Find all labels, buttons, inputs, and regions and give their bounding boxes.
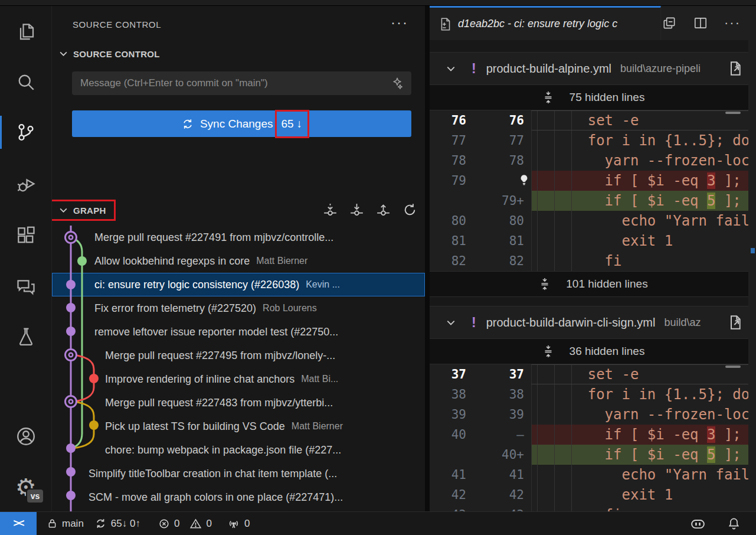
commit-message-input[interactable]: Message (Ctrl+Enter to commit on "main") <box>72 71 411 95</box>
warning-count: 0 <box>206 518 211 530</box>
commit-row[interactable]: SCM - move all graph colors in one place… <box>52 485 425 509</box>
line-number-modified: 40+ <box>472 445 531 465</box>
sidebar-item-testing[interactable] <box>0 321 52 352</box>
remote-indicator[interactable]: >< <box>0 512 37 535</box>
commit-row[interactable]: Merge pull request #227491 from mjbvz/co… <box>52 226 425 249</box>
commit-row[interactable]: Merge pull request #227495 from mjbvz/lo… <box>52 344 425 367</box>
code-text: yarn --frozen-lockfile <box>531 404 756 425</box>
sidebar-item-extensions[interactable] <box>0 220 52 251</box>
line-number-original <box>430 445 472 465</box>
open-file-icon[interactable] <box>726 313 745 332</box>
more-actions-icon[interactable]: ··· <box>724 20 741 26</box>
line-number-modified: — <box>472 425 531 445</box>
file-header[interactable]: ! product-build-alpine.yml build\azure-p… <box>430 53 756 84</box>
hidden-lines-bar[interactable]: 75 hidden lines <box>430 84 756 110</box>
sidebar-title-row: SOURCE CONTROL ··· <box>73 17 413 32</box>
line-number-original: 77 <box>430 131 472 151</box>
error-icon <box>158 518 170 530</box>
line-number-modified: 80 <box>472 211 531 231</box>
diff-line[interactable]: 79 if [ $i -eq 3 ]; <box>430 171 756 191</box>
line-number-modified: 42 <box>472 485 531 505</box>
sync-count: 65 ↓ <box>281 118 302 131</box>
diff-line[interactable]: 40 — if [ $i -eq 3 ]; <box>430 425 756 445</box>
diff-line[interactable]: 40+ if [ $i -eq 5 ]; <box>430 445 756 465</box>
diff-line[interactable]: 43 43 fi <box>430 505 756 511</box>
sync-status[interactable]: 65↓ 0↑ <box>94 517 140 530</box>
sidebar-item-comments[interactable] <box>0 271 52 302</box>
profile-badge[interactable]: vs <box>26 488 44 504</box>
file-header[interactable]: ! product-build-darwin-cli-sign.yml buil… <box>430 306 756 338</box>
source-control-section-header[interactable]: SOURCE CONTROL <box>52 46 425 61</box>
vscode-window: ⚙ vs SOURCE CONTROL ··· SOURCE CONTROL M… <box>0 0 756 535</box>
commit-author: Kevin ... <box>306 279 340 290</box>
fetch-icon[interactable] <box>322 201 338 218</box>
diff-line[interactable]: 82 82 fi <box>430 251 756 271</box>
split-editor-icon[interactable] <box>693 15 708 31</box>
line-number-modified: 41 <box>472 465 531 485</box>
changed-char-highlight: 5 <box>707 193 715 209</box>
account-button[interactable] <box>0 421 52 452</box>
sparkle-icon[interactable] <box>389 76 404 91</box>
diff-line[interactable]: 79+ if [ $i -eq 5 ]; <box>430 191 756 211</box>
line-number-original: 43 <box>430 505 472 511</box>
hidden-lines-bar[interactable]: 36 hidden lines <box>430 338 756 364</box>
graph-section-header[interactable]: GRAPH <box>52 198 425 222</box>
hidden-lines-bar[interactable]: 101 hidden lines <box>430 271 756 297</box>
diff-line[interactable]: 42 42 exit 1 <box>430 485 756 505</box>
diff-line[interactable]: 77 77 for i in {1..5}; do <box>430 131 756 151</box>
overview-ruler[interactable] <box>748 40 756 511</box>
commit-row[interactable]: Improve rendering of inline chat anchors… <box>52 367 425 391</box>
commit-row[interactable]: Fix error from telemetry (#227520) Rob L… <box>52 296 425 320</box>
pull-icon[interactable] <box>348 201 365 218</box>
lightbulb-icon[interactable] <box>518 174 530 187</box>
code-text: exit 1 <box>531 231 756 251</box>
diff-line[interactable]: 78 78 yarn --frozen-lockfile <box>430 151 756 171</box>
diff-line[interactable]: 76 76 set -e <box>430 110 756 131</box>
line-number-modified: 79+ <box>472 191 531 211</box>
chevron-down-icon <box>446 319 456 327</box>
line-number-original: 80 <box>430 211 472 231</box>
commit-row[interactable]: ci: ensure retry logic consistency (#226… <box>52 273 425 296</box>
diff-line[interactable]: 41 41 echo "Yarn failed" <box>430 465 756 485</box>
commit-message: Merge pull request #227495 from mjbvz/lo… <box>105 350 335 362</box>
commit-row[interactable]: Simplify titleToolbar creation in chat i… <box>52 462 425 485</box>
collapse-diffs-icon[interactable] <box>662 15 677 31</box>
sync-icon <box>94 517 107 530</box>
diff-line[interactable]: 81 81 exit 1 <box>430 231 756 251</box>
commit-author: Rob Lourens <box>263 303 317 314</box>
notifications-bell-icon[interactable] <box>727 517 741 530</box>
tab-multi-diff[interactable]: d1eab2bc - ci: ensure retry logic c <box>430 6 661 40</box>
sync-changes-button[interactable]: Sync Changes 65 ↓ <box>72 110 411 137</box>
line-number-modified: 43 <box>472 505 531 511</box>
sidebar-item-explorer[interactable] <box>0 17 52 47</box>
graph-label: GRAPH <box>73 205 106 216</box>
branch-status[interactable]: main <box>47 517 84 530</box>
diff-line[interactable]: 38 38 for i in {1..5}; do <box>430 384 756 404</box>
scrollbar-thumb[interactable] <box>725 366 741 368</box>
code-text: set -e <box>531 110 756 131</box>
ports-status[interactable]: 0 <box>227 517 250 530</box>
diff-line[interactable]: 37 37 set -e <box>430 364 756 384</box>
commit-message: Merge pull request #227491 from mjbvz/co… <box>94 231 333 244</box>
more-actions-icon[interactable]: ··· <box>391 14 408 31</box>
sidebar-item-search[interactable] <box>0 67 52 97</box>
commit-row[interactable]: Pick up latest TS for building VS Code M… <box>52 415 425 438</box>
push-icon[interactable] <box>375 201 391 218</box>
copilot-icon[interactable] <box>690 517 706 531</box>
commit-row[interactable]: chore: bump webpack in package.json file… <box>52 438 425 462</box>
refresh-icon[interactable] <box>401 201 418 218</box>
diff-line[interactable]: 80 80 echo "Yarn failed" <box>430 211 756 231</box>
sidebar-editor-sash[interactable] <box>425 6 430 511</box>
sidebar-item-run-debug[interactable] <box>0 169 52 200</box>
scrollbar-thumb[interactable] <box>725 112 741 114</box>
commit-message: Fix error from telemetry (#227520) <box>94 302 256 315</box>
commit-row[interactable]: Merge pull request #227483 from mjbvz/yt… <box>52 391 425 415</box>
line-number-original: 38 <box>430 384 472 404</box>
sidebar-item-source-control[interactable] <box>0 117 52 148</box>
commit-row[interactable]: remove leftover issue reporter model tes… <box>52 320 425 344</box>
commit-row[interactable]: Allow lookbehind regexps in core Matt Bi… <box>52 249 425 273</box>
hidden-lines-label: 36 hidden lines <box>570 345 645 358</box>
open-file-icon[interactable] <box>726 59 745 78</box>
diff-line[interactable]: 39 39 yarn --frozen-lockfile <box>430 404 756 425</box>
problems-status[interactable]: 0 0 <box>158 518 212 530</box>
